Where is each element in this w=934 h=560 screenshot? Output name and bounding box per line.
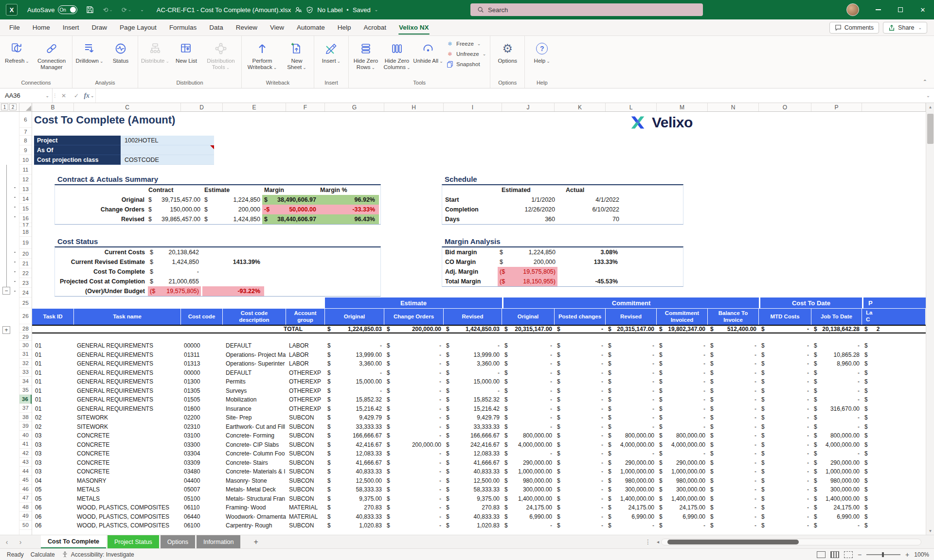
table-row[interactable]: 03 CONCRETE 03480 Concrete- Materials & … [32, 467, 926, 476]
table-row[interactable]: 01 GENERAL REQUIREMENTS 01313 Operations… [32, 359, 926, 368]
new-list-button[interactable]: New List [171, 38, 201, 64]
table-row[interactable]: 01 GENERAL REQUIREMENTS 01311 Operations… [32, 350, 926, 360]
table-row[interactable]: 06 WOOD, PLASTICS, COMPOSITES 06100 Carp… [32, 521, 926, 530]
column-header[interactable]: N [708, 103, 759, 111]
row-header[interactable]: 29 [19, 333, 32, 341]
ribbon-tab[interactable]: Automate [290, 19, 331, 35]
ribbon-tab[interactable]: File [3, 19, 26, 35]
comments-button[interactable]: Comments [829, 22, 879, 34]
row-header[interactable]: 13 [19, 184, 32, 194]
row-header[interactable]: 11 [19, 165, 32, 175]
scroll-up-arrow[interactable]: ▲ [926, 103, 934, 111]
ribbon-tab[interactable]: View [264, 19, 290, 35]
zoom-slider-knob[interactable] [882, 552, 884, 557]
help-button[interactable]: ? Help⌄ [527, 38, 557, 64]
column-header[interactable]: G [325, 103, 384, 111]
ribbon-tab[interactable]: Home [26, 19, 56, 35]
column-header[interactable]: M [657, 103, 708, 111]
row-header[interactable]: 39 [19, 422, 32, 431]
share-button[interactable]: Share ⌄ [883, 22, 927, 34]
row-header[interactable]: 40 [19, 431, 32, 440]
maximize-button[interactable] [889, 0, 912, 19]
column-header[interactable]: K [555, 103, 606, 111]
row-header[interactable]: 48 [19, 503, 32, 512]
row-header[interactable]: 21 [19, 259, 32, 268]
sheet-tab-project-status[interactable]: Project Status [108, 535, 159, 548]
ribbon-tab[interactable]: Data [203, 19, 230, 35]
drilldown-button[interactable]: Drilldown⌄ [74, 38, 105, 64]
column-header[interactable]: C [74, 103, 181, 111]
row-header[interactable]: 16 [19, 213, 32, 223]
horizontal-scrollbar[interactable] [661, 539, 921, 545]
column-header[interactable]: P [811, 103, 862, 111]
table-row[interactable]: 03 CONCRETE 03100 Concrete- Forming SUBC… [32, 431, 926, 440]
close-button[interactable]: ✕ [912, 0, 934, 19]
save-button[interactable] [86, 6, 94, 14]
table-row[interactable]: 01 GENERAL REQUIREMENTS 01600 Insurance … [32, 404, 926, 414]
row-header[interactable]: 17 [19, 223, 32, 227]
sensitivity-label[interactable]: No Label [317, 6, 342, 14]
row-header[interactable]: 41 [19, 440, 32, 449]
param-value[interactable]: COSTCODE [121, 155, 214, 165]
row-header[interactable]: 47 [19, 494, 32, 503]
table-row[interactable]: 02 SITEWORK 02310 Earthwork- Cut and Fil… [32, 422, 926, 432]
refresh-button[interactable]: Refresh⌄ [2, 38, 32, 64]
table-row[interactable]: 03 CONCRETE 03309 Concrete- Stairs SUBCO… [32, 458, 926, 468]
expand-formula-bar-button[interactable]: ⌄ [922, 88, 934, 103]
row-header[interactable]: 43 [19, 458, 32, 467]
table-row[interactable]: 01 GENERAL REQUIREMENTS 00000 DEFAULT OT… [32, 368, 926, 378]
row-header[interactable]: 6 [19, 112, 32, 128]
row-header[interactable]: 28 [19, 324, 32, 333]
select-all-corner[interactable] [19, 103, 32, 111]
row-header[interactable]: 42 [19, 449, 32, 458]
freeze-button[interactable]: ❄Freeze⌄ [444, 40, 488, 48]
ribbon-tab[interactable]: Insert [56, 19, 86, 35]
column-header[interactable]: O [759, 103, 811, 111]
options-button[interactable]: ⚙ Options [492, 38, 522, 64]
add-sheet-button[interactable]: + [253, 538, 258, 546]
table-row[interactable]: 06 WOOD, PLASTICS, COMPOSITES 06440 Wood… [32, 512, 926, 522]
row-header[interactable]: 9 [19, 145, 32, 155]
table-row[interactable]: 06 WOOD, PLASTICS, COMPOSITES 06110 Fram… [32, 503, 926, 512]
outline-level-1-button[interactable]: 1 [1, 104, 8, 110]
row-header[interactable]: 44 [19, 467, 32, 476]
row-header[interactable]: 26 [19, 308, 32, 324]
ribbon-tab[interactable]: Acrobat [358, 19, 393, 35]
sheet-tab-information[interactable]: Information [197, 535, 241, 548]
scroll-down-arrow[interactable]: ▼ [926, 527, 934, 535]
row-header[interactable]: 19 [19, 237, 32, 249]
horizontal-scroll-thumb[interactable] [667, 540, 799, 544]
page-layout-view-button[interactable] [830, 551, 839, 558]
ribbon-tab[interactable]: Review [230, 19, 264, 35]
row-header[interactable]: 36 [19, 395, 32, 404]
undo-button[interactable]: ⟲⌄ [103, 6, 112, 14]
minimize-button[interactable] [867, 0, 889, 19]
column-header[interactable]: I [444, 103, 502, 111]
excel-app-icon[interactable]: X [6, 4, 18, 16]
connection-manager-button[interactable]: Connection Manager [33, 38, 70, 70]
row-header[interactable]: 8 [19, 136, 32, 145]
user-avatar[interactable] [846, 3, 859, 16]
zoom-out-button[interactable]: − [858, 551, 862, 559]
distribution-tools-button[interactable]: Distribution Tools⌄ [202, 38, 239, 70]
expand-outline-button[interactable]: + [2, 326, 10, 334]
table-row[interactable]: 01 GENERAL REQUIREMENTS 01505 Mobilizati… [32, 395, 926, 404]
row-header[interactable]: 37 [19, 404, 32, 413]
column-header[interactable]: H [384, 103, 444, 111]
row-header[interactable]: 35 [19, 386, 32, 395]
ribbon-tab[interactable]: Page Layout [113, 19, 163, 35]
cancel-formula-button[interactable]: ✕ [57, 88, 70, 103]
table-row[interactable]: 03 CONCRETE 03304 Concrete- Column Foo S… [32, 449, 926, 458]
row-header[interactable]: 33 [19, 368, 32, 377]
new-sheet-button[interactable]: New Sheet⌄ [282, 38, 312, 70]
sheet-tab-options[interactable]: Options [161, 535, 195, 548]
sensitivity-shield-icon[interactable] [306, 6, 313, 14]
row-header[interactable]: 49 [19, 512, 32, 521]
row-header[interactable]: 7 [19, 128, 32, 136]
search-input[interactable]: Search [470, 3, 703, 16]
row-header[interactable]: 15 [19, 204, 32, 213]
scroll-left-arrow[interactable]: ◂ [657, 539, 659, 544]
row-header[interactable]: 22 [19, 268, 32, 278]
name-box[interactable]: AA36⌄ [0, 88, 53, 103]
row-header[interactable]: 45 [19, 476, 32, 485]
